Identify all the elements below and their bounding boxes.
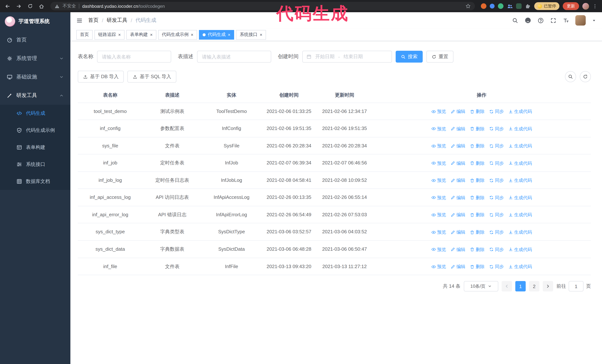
tab-close-icon[interactable]: × — [260, 32, 262, 37]
delete-link[interactable]: 删除 — [470, 177, 484, 184]
extension-icon-green-square[interactable] — [516, 3, 522, 9]
generate-code-link[interactable]: 生成代码 — [508, 125, 532, 132]
preview-link[interactable]: 预览 — [431, 212, 446, 218]
date-start-placeholder[interactable]: 开始日期 — [315, 53, 334, 60]
edit-link[interactable]: 编辑 — [451, 229, 465, 236]
reset-button[interactable]: 重置 — [426, 51, 453, 62]
generate-code-link[interactable]: 生成代码 — [508, 229, 532, 236]
delete-link[interactable]: 删除 — [470, 108, 484, 115]
tab-api[interactable]: 系统接口× — [236, 30, 266, 40]
github-icon[interactable] — [525, 17, 531, 24]
next-page-button[interactable] — [543, 281, 553, 291]
delete-link[interactable]: 删除 — [470, 246, 484, 253]
home-icon[interactable] — [39, 3, 44, 9]
preview-link[interactable]: 预览 — [431, 125, 446, 132]
edit-link[interactable]: 编辑 — [451, 125, 465, 132]
tab-form-builder[interactable]: 表单构建× — [126, 30, 156, 40]
sync-link[interactable]: 同步 — [489, 229, 504, 236]
page-size-select[interactable]: 10条/页 — [464, 281, 498, 291]
delete-link[interactable]: 删除 — [470, 212, 484, 218]
search-button[interactable]: 搜索 — [396, 51, 423, 62]
paused-badge[interactable]: 已暂停 — [534, 2, 559, 10]
edit-link[interactable]: 编辑 — [451, 194, 465, 201]
sync-link[interactable]: 同步 — [489, 160, 504, 167]
tab-close-icon[interactable]: × — [191, 32, 194, 37]
sync-link[interactable]: 同步 — [489, 143, 504, 149]
sidebar-item-system[interactable]: 系统管理 — [0, 49, 70, 68]
back-icon[interactable] — [4, 3, 10, 9]
tab-codegen[interactable]: 代码生成× — [199, 30, 234, 40]
table-name-input[interactable] — [97, 51, 171, 62]
hamburger-icon[interactable] — [76, 17, 83, 23]
sync-link[interactable]: 同步 — [489, 177, 504, 184]
edit-link[interactable]: 编辑 — [451, 177, 465, 184]
search-icon[interactable] — [512, 17, 518, 23]
sidebar-item-api[interactable]: 系统接口 — [0, 156, 70, 173]
page-button-1[interactable]: 1 — [515, 281, 526, 291]
generate-code-link[interactable]: 生成代码 — [508, 108, 532, 115]
toggle-search-button[interactable] — [565, 71, 576, 82]
preview-link[interactable]: 预览 — [431, 263, 446, 270]
forward-icon[interactable] — [16, 3, 22, 9]
vue-devtools-icon[interactable] — [498, 3, 504, 9]
edit-link[interactable]: 编辑 — [451, 143, 465, 149]
preview-link[interactable]: 预览 — [431, 160, 446, 167]
sidebar-item-infra[interactable]: 基础设施 — [0, 68, 70, 86]
breadcrumb-home[interactable]: 首页 — [88, 17, 98, 24]
sync-link[interactable]: 同步 — [489, 212, 504, 218]
tab-close-icon[interactable]: × — [150, 32, 153, 37]
sidebar-item-devtools[interactable]: 研发工具 — [0, 86, 70, 105]
kebab-menu-icon[interactable] — [592, 3, 598, 9]
people-extension-icon[interactable] — [507, 3, 513, 9]
security-warning-icon[interactable] — [54, 3, 60, 9]
preview-link[interactable]: 预览 — [431, 177, 446, 184]
preview-link[interactable]: 预览 — [431, 246, 446, 253]
caret-down-icon[interactable] — [592, 18, 596, 22]
generate-code-link[interactable]: 生成代码 — [508, 194, 532, 201]
date-range-picker[interactable]: 开始日期 - 结束日期 — [302, 51, 392, 62]
generate-code-link[interactable]: 生成代码 — [508, 177, 532, 184]
prev-page-button[interactable] — [502, 281, 512, 291]
sync-link[interactable]: 同步 — [489, 125, 504, 132]
reload-icon[interactable] — [27, 3, 33, 9]
goto-page-input[interactable] — [569, 281, 583, 291]
preview-link[interactable]: 预览 — [431, 229, 446, 236]
refresh-table-button[interactable] — [580, 71, 591, 82]
preview-link[interactable]: 预览 — [431, 108, 446, 115]
sync-link[interactable]: 同步 — [489, 246, 504, 253]
generate-code-link[interactable]: 生成代码 — [508, 263, 532, 270]
help-icon[interactable] — [538, 17, 544, 23]
puzzle-extensions-icon[interactable] — [525, 3, 531, 9]
extension-icon-blue[interactable] — [490, 4, 494, 9]
extension-icon-orange[interactable] — [481, 3, 486, 9]
edit-link[interactable]: 编辑 — [451, 212, 465, 218]
delete-link[interactable]: 删除 — [470, 160, 484, 167]
edit-link[interactable]: 编辑 — [451, 160, 465, 167]
delete-link[interactable]: 删除 — [470, 125, 484, 132]
breadcrumb-devtools[interactable]: 研发工具 — [107, 17, 128, 24]
sidebar-item-codegen-example[interactable]: 代码生成示例 — [0, 122, 70, 139]
bookmark-star-icon[interactable] — [465, 3, 471, 9]
tab-codegen-example[interactable]: 代码生成示例× — [158, 30, 197, 40]
security-label[interactable]: 不安全 — [63, 3, 76, 9]
chrome-update-button[interactable]: 更新 — [563, 2, 579, 10]
sync-link[interactable]: 同步 — [489, 263, 504, 270]
import-db-button[interactable]: 基于 DB 导入 — [78, 71, 124, 83]
preview-link[interactable]: 预览 — [431, 194, 446, 201]
sidebar-item-home[interactable]: 首页 — [0, 31, 70, 49]
sidebar-item-form-builder[interactable]: 表单构建 — [0, 139, 70, 156]
logo-row[interactable]: 芋道管理系统 — [0, 12, 70, 31]
fullscreen-icon[interactable] — [550, 17, 556, 23]
url-text[interactable]: dashboard.yudao.iocoder.cn/tool/codegen — [82, 3, 462, 9]
generate-code-link[interactable]: 生成代码 — [508, 160, 532, 167]
import-sql-button[interactable]: 基于 SQL 导入 — [128, 71, 177, 83]
address-bar[interactable]: 不安全 dashboard.yudao.iocoder.cn/tool/code… — [50, 2, 475, 10]
font-size-icon[interactable] — [563, 17, 569, 23]
delete-link[interactable]: 删除 — [470, 143, 484, 149]
tab-trace[interactable]: 链路追踪× — [95, 30, 124, 40]
delete-link[interactable]: 删除 — [470, 263, 484, 270]
edit-link[interactable]: 编辑 — [451, 263, 465, 270]
generate-code-link[interactable]: 生成代码 — [508, 212, 532, 218]
sync-link[interactable]: 同步 — [489, 108, 504, 115]
page-button-2[interactable]: 2 — [529, 281, 539, 291]
